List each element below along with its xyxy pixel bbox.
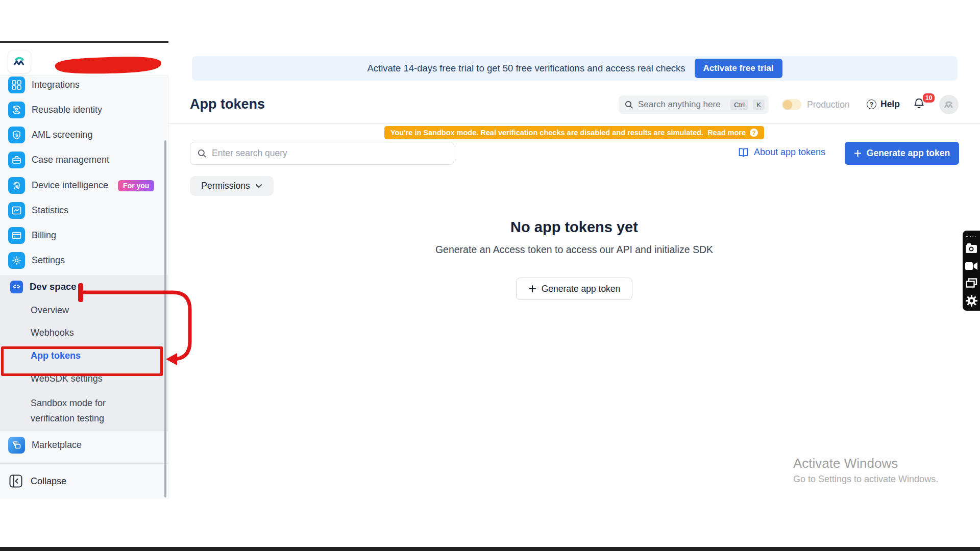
global-search-input[interactable] [638,99,726,110]
sidebar-item-label: Dev space [30,281,77,292]
sidebar-item-label: Statistics [32,205,68,216]
briefcase-icon [8,152,25,168]
avatar-mascot-icon [943,98,955,111]
toggle-knob [783,100,792,109]
sidebar-divider [0,463,168,464]
fingerprint-icon [8,177,25,194]
sandbox-banner-text: You're in Sandbox mode. Real verificatio… [390,129,703,137]
page-title: App tokens [190,96,265,112]
chart-icon [8,202,25,219]
empty-state-subtitle: Generate an Access token to access our A… [435,244,713,256]
global-search[interactable]: Ctrl K [619,95,769,114]
shield-dollar-icon: $ [8,127,25,143]
sidebar-item-dev-space[interactable]: <> Dev space [10,280,77,293]
bottom-screen-edge [0,547,980,551]
empty-state-title: No app tokens yet [510,219,638,236]
sidebar-item-case-management[interactable]: Case management [8,152,109,168]
question-icon[interactable]: ? [750,129,758,137]
annotation-arrow [71,278,204,375]
capture-toolbar-handle[interactable]: ··· [966,233,977,240]
empty-state: No app tokens yet Generate an Access tok… [168,219,980,300]
plus-icon [854,149,862,157]
help-button[interactable]: ? Help [867,99,900,110]
sidebar-item-device-intelligence[interactable]: Device intelligence For you [8,177,154,194]
permissions-filter-label: Permissions [201,181,250,191]
screenshot-button[interactable] [963,240,980,257]
trial-banner-text: Activate 14-days free trial to get 50 fr… [367,63,685,74]
sidebar-item-aml-screening[interactable]: $ AML screening [8,127,92,143]
collapse-panel-icon [9,474,22,488]
sandbox-mode-banner: You're in Sandbox mode. Real verificatio… [384,126,764,139]
k-keycap: K [753,99,765,110]
activate-windows-watermark: Activate Windows [793,456,898,471]
sidebar-item-overview[interactable]: Overview [31,305,69,316]
sidebar-item-settings[interactable]: Settings [8,252,65,269]
company-logo[interactable] [8,50,31,73]
collapse-label: Collapse [31,476,66,487]
ctrl-keycap: Ctrl [730,99,748,110]
notifications-button[interactable]: 10 [913,97,925,112]
production-label: Production [807,99,850,110]
sidebar-divider [0,431,168,431]
read-more-link[interactable]: Read more [707,129,746,137]
sidebar-item-label: Device intelligence [32,180,108,191]
activate-free-trial-button[interactable]: Activate free trial [695,59,782,78]
reusable-identity-icon [8,102,25,118]
record-video-button[interactable] [963,257,980,274]
sidebar-item-label: Reusable identity [32,105,102,115]
sidebar-item-billing[interactable]: Billing [8,227,56,244]
help-label: Help [880,99,900,110]
sidebar-top-edge [0,41,168,43]
book-icon [738,147,749,157]
production-toggle[interactable] [782,99,801,110]
stacked-windows-icon [966,278,977,288]
sidebar-item-marketplace[interactable]: Marketplace [8,437,82,454]
avatar[interactable] [939,95,959,114]
dot-icon [966,236,968,237]
code-icon: <> [10,281,23,293]
sidebar-item-label: Billing [32,230,56,241]
about-app-tokens-link[interactable]: About app tokens [738,147,825,158]
gear-icon [966,295,977,307]
notification-count-badge: 10 [922,92,936,104]
for-you-badge: For you [118,180,154,191]
sidebar-item-integrations[interactable]: Integrations [8,77,80,93]
trial-banner: Activate 14-days free trial to get 50 fr… [192,56,958,81]
svg-text:$: $ [15,133,18,138]
search-icon [198,149,207,158]
generate-app-token-button[interactable]: Generate app token [845,142,959,165]
generate-app-token-empty-button[interactable]: Generate app token [516,278,632,300]
sidebar-item-label: AML screening [32,130,92,140]
sidebar-item-webhooks[interactable]: Webhooks [31,328,74,338]
annotation-redacted-name-scribble [53,55,164,76]
ellipsis-icon: ··· [970,235,977,238]
activate-windows-watermark-subtitle: Go to Settings to activate Windows. [793,474,938,485]
search-icon [625,101,633,109]
about-link-label: About app tokens [754,147,825,158]
gear-icon [8,252,25,269]
sidebar-item-label: Integrations [32,80,80,90]
sidebar-item-sandbox-mode[interactable]: Sandbox mode for verification testing [31,395,139,426]
credit-card-icon [8,227,25,244]
sidebar-item-label: Marketplace [32,440,82,450]
header-divider [168,123,980,124]
permissions-filter[interactable]: Permissions [190,176,274,196]
plus-icon [528,285,536,293]
sidebar-item-statistics[interactable]: Statistics [8,202,68,219]
capture-settings-button[interactable] [963,292,980,309]
token-search-field[interactable] [190,142,454,165]
integrations-icon [8,77,25,93]
logo-mascot-icon [12,54,27,69]
sidebar-item-label: Case management [32,155,109,165]
sidebar-item-label: Settings [32,255,65,266]
collapse-sidebar-button[interactable]: Collapse [9,473,66,489]
marketplace-icon [8,437,25,454]
sidebar-item-reusable-identity[interactable]: Reusable identity [8,102,102,118]
screen-capture-toolbar: ··· [963,231,980,311]
video-camera-icon [965,262,977,270]
camera-icon [965,243,977,254]
chevron-down-icon [255,184,262,188]
question-icon: ? [867,99,876,109]
copy-capture-button[interactable] [963,274,980,292]
token-search-input[interactable] [212,148,447,159]
